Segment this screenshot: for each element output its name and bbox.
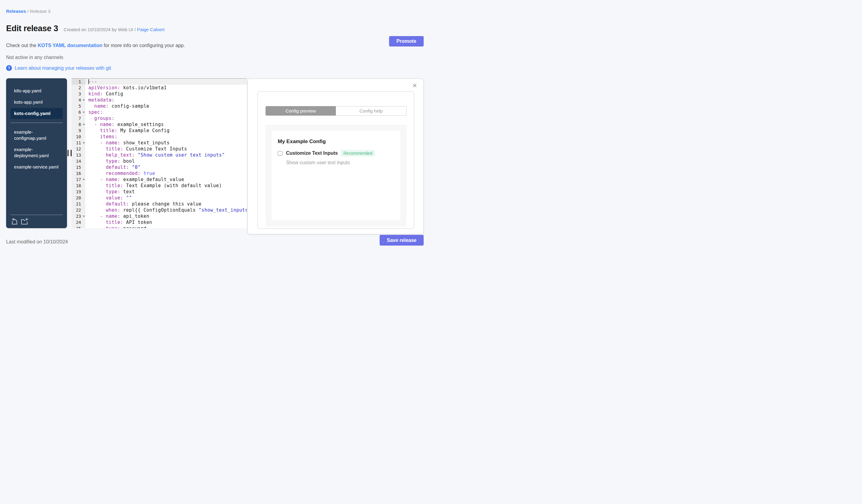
code-text: default: please change this value (85, 201, 247, 207)
editor-line-5[interactable]: 5 name: config-sample (71, 103, 247, 109)
editor-line-13[interactable]: 13 help_text: "Show custom user text inp… (71, 152, 247, 158)
sidebar-divider (10, 123, 63, 123)
config-preview-panel: ✕ Config preview Config help My Example … (247, 79, 424, 234)
tab-config-preview[interactable]: Config preview (265, 106, 336, 116)
editor-line-15[interactable]: 15 default: "0" (71, 164, 247, 170)
code-text: - name: api_token (85, 213, 247, 219)
code-text: recommended: true (85, 170, 247, 176)
editor-line-12[interactable]: 12 title: Customize Text Inputs (71, 146, 247, 152)
file-label: example-deployment.yaml (14, 146, 59, 159)
save-release-button[interactable]: Save release (380, 235, 424, 246)
help-question-icon[interactable]: ? (6, 65, 12, 71)
page-title: Edit release 3 (6, 24, 58, 33)
line-number: 23 (71, 213, 85, 219)
line-number: 14 (71, 158, 85, 164)
add-file-icon[interactable] (11, 218, 18, 225)
sidebar-file-example-configmap.yaml[interactable]: example-configmap.yaml (10, 127, 63, 144)
file-label: k8s-app.yaml (14, 88, 41, 94)
author-link[interactable]: Paige Calvert (137, 27, 165, 32)
line-number: 4 (71, 97, 85, 103)
file-label: kots-config.yaml (14, 110, 51, 117)
fold-arrow-icon[interactable] (82, 179, 85, 181)
sidebar-bottom-divider (10, 215, 63, 215)
sidebar-file-kots-app.yaml[interactable]: kots-app.yaml (10, 97, 63, 108)
config-group-title: My Example Config (278, 138, 326, 145)
created-text: Created on 10/10/2024 by Web UI / (64, 27, 137, 32)
last-modified-text: Last modified on 10/10/2024 (6, 239, 68, 245)
code-text: title: My Example Config (85, 128, 247, 134)
editor-line-20[interactable]: 20 value: "" (71, 195, 247, 201)
add-folder-icon[interactable] (21, 218, 29, 225)
editor-line-24[interactable]: 24 title: API token (71, 219, 247, 225)
editor-line-7[interactable]: 7 groups: (71, 115, 247, 121)
line-number: 10 (71, 134, 85, 140)
editor-line-17[interactable]: 17 - name: example_default_value (71, 176, 247, 183)
editor-line-10[interactable]: 10 items: (71, 134, 247, 140)
code-text: name: config-sample (85, 103, 247, 109)
code-text: type: password (85, 225, 247, 228)
code-text: --- (85, 79, 247, 85)
editor-line-16[interactable]: 16 recommended: true (71, 170, 247, 176)
line-number: 17 (71, 176, 85, 183)
fold-arrow-icon[interactable] (82, 100, 85, 101)
editor-line-2[interactable]: 2apiVersion: kots.io/v1beta1 (71, 85, 247, 91)
code-text: groups: (85, 115, 247, 121)
line-number: 3 (71, 91, 85, 97)
editor-line-6[interactable]: 6spec: (71, 109, 247, 115)
fold-arrow-icon[interactable] (82, 124, 85, 125)
sidebar-file-example-deployment.yaml[interactable]: example-deployment.yaml (10, 144, 63, 161)
code-text: title: Customize Text Inputs (85, 146, 247, 152)
line-number: 1 (71, 79, 85, 85)
sidebar-editor-resize-handle[interactable] (68, 150, 72, 156)
page: Releases / Release 3 Edit release 3 Crea… (0, 0, 431, 252)
breadcrumb-releases-link[interactable]: Releases (6, 9, 26, 14)
promote-button[interactable]: Promote (389, 36, 424, 47)
code-text: value: "" (85, 195, 247, 201)
fold-arrow-icon[interactable] (82, 111, 85, 113)
code-text: title: Text Example (with default value) (85, 183, 247, 189)
line-number: 8 (71, 121, 85, 128)
sidebar-file-kots-config.yaml[interactable]: kots-config.yaml (10, 108, 63, 119)
git-releases-link[interactable]: Learn about managing your releases with … (15, 65, 111, 71)
editor-line-21[interactable]: 21 default: please change this value (71, 201, 247, 207)
editor-line-11[interactable]: 11 - name: show_text_inputs (71, 140, 247, 146)
yaml-code-editor[interactable]: 1---2apiVersion: kots.io/v1beta13kind: C… (71, 78, 247, 228)
code-text: items: (85, 134, 247, 140)
editor-line-8[interactable]: 8 - name: example_settings (71, 121, 247, 128)
tab-config-help[interactable]: Config help (336, 106, 406, 116)
sidebar-file-example-service.yaml[interactable]: example-service.yaml (10, 161, 63, 172)
customize-text-inputs-checkbox[interactable] (278, 151, 282, 156)
git-row: ? Learn about managing your releases wit… (6, 65, 111, 71)
code-text: kind: Config (85, 91, 247, 97)
file-label: example-service.yaml (14, 164, 58, 170)
preview-inner-card: Config preview Config help My Example Co… (258, 91, 414, 229)
line-number: 5 (71, 103, 85, 109)
code-text: when: repl{{ ConfigOptionEquals "show_te… (85, 207, 247, 213)
file-list: k8s-app.yamlkots-app.yamlkots-config.yam… (10, 85, 63, 172)
doc-prefix: Check out the (6, 43, 38, 48)
config-card: My Example Config Customize Text Inputs … (272, 131, 401, 220)
checkbox-label[interactable]: Customize Text Inputs (286, 150, 338, 156)
line-number: 22 (71, 207, 85, 213)
close-icon[interactable]: ✕ (412, 82, 417, 89)
kots-yaml-doc-link[interactable]: KOTS YAML documentation (38, 43, 102, 48)
editor-line-9[interactable]: 9 title: My Example Config (71, 128, 247, 134)
channels-status: Not active in any channels (6, 55, 63, 60)
line-number: 24 (71, 219, 85, 225)
editor-line-22[interactable]: 22 when: repl{{ ConfigOptionEquals "show… (71, 207, 247, 213)
editor-line-4[interactable]: 4metadata: (71, 97, 247, 103)
line-number: 12 (71, 146, 85, 152)
editor-line-3[interactable]: 3kind: Config (71, 91, 247, 97)
editor-line-19[interactable]: 19 type: text (71, 189, 247, 195)
editor-line-1[interactable]: 1--- (71, 79, 247, 85)
line-number: 16 (71, 170, 85, 176)
editor-line-18[interactable]: 18 title: Text Example (with default val… (71, 183, 247, 189)
editor-line-14[interactable]: 14 type: bool (71, 158, 247, 164)
editor-line-23[interactable]: 23 - name: api_token (71, 213, 247, 219)
editor-line-25[interactable]: 25 type: password (71, 225, 247, 228)
fold-arrow-icon[interactable] (82, 142, 85, 144)
fold-arrow-icon[interactable] (82, 216, 85, 217)
sidebar-file-k8s-app.yaml[interactable]: k8s-app.yaml (10, 85, 63, 96)
code-text: default: "0" (85, 164, 247, 170)
line-number: 21 (71, 201, 85, 207)
